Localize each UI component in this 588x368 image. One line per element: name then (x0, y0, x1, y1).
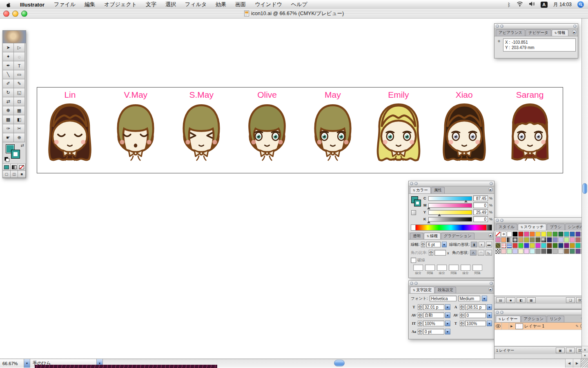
swatch-35[interactable] (512, 243, 518, 248)
menu-item-8[interactable]: ウインドウ (250, 1, 287, 8)
swatch-56[interactable] (541, 249, 546, 254)
dash-value-field-2[interactable] (437, 265, 447, 271)
scroll-up-button[interactable]: ▲ (582, 346, 588, 352)
slider-marker[interactable] (438, 214, 441, 216)
swatch-58[interactable] (552, 249, 558, 254)
scale-tool[interactable]: ◱ (14, 88, 25, 97)
character-xiao[interactable]: Xiao (431, 88, 497, 173)
character-tab-0[interactable]: ⇅文字設定 (410, 287, 434, 293)
stroke-weight-field[interactable]: 6 pt (426, 242, 440, 247)
dash-value-field-4[interactable] (461, 265, 470, 271)
char-setting-dropdown[interactable]: ▼ (487, 304, 492, 310)
color-mode-button[interactable] (3, 164, 11, 171)
swatch-45[interactable] (570, 243, 575, 248)
swatch-51[interactable] (512, 249, 518, 254)
channel-value-field-M[interactable]: 0 (473, 202, 488, 208)
show-color-swatches-button[interactable]: ■ (506, 297, 515, 303)
scroll-down-button[interactable]: ▼ (582, 352, 588, 359)
window-title-bar[interactable]: icon10.ai @ 66.67% (CMYK/プレビュー) (0, 9, 588, 18)
channel-slider-Y[interactable] (428, 210, 472, 215)
swatch-10[interactable] (552, 231, 558, 237)
layer-lock-cell[interactable] (502, 323, 509, 330)
swatch-32[interactable] (495, 243, 501, 248)
info-palette-menu-button[interactable]: ▶ (572, 30, 577, 34)
spectrum-black-chip[interactable] (486, 225, 492, 230)
char-setting-dropdown[interactable]: ▼ (487, 312, 492, 318)
color-tab-1[interactable]: 属性 (431, 187, 445, 193)
character-name-label[interactable]: S.May (169, 90, 234, 100)
zoom-tool[interactable]: ⊕ (14, 133, 25, 142)
swatch-0[interactable] (495, 231, 501, 237)
direct-selection-tool[interactable]: ▷ (14, 43, 25, 52)
swatch-11[interactable] (558, 231, 564, 237)
char-setting-stepper[interactable]: ▲▼ (418, 321, 422, 326)
swatches-tab-2[interactable]: ブラシ (547, 224, 564, 230)
char-setting-value-field[interactable]: 0 (465, 312, 486, 318)
menu-item-4[interactable]: 選択 (161, 1, 180, 8)
layer-row-0[interactable]: ▶レイヤー 1✎ (494, 323, 587, 330)
char-setting-stepper[interactable]: ▲▼ (418, 312, 422, 318)
selection-tool[interactable]: ➤ (3, 43, 14, 52)
char-setting-value-field[interactable]: 32.01 p (423, 304, 444, 310)
menu-item-2[interactable]: オブジェクト (100, 1, 141, 8)
zoom-dropdown-button[interactable]: ▼ (24, 359, 30, 368)
swatch-24[interactable] (541, 237, 546, 242)
swatch-59[interactable] (558, 249, 564, 254)
channel-value-field-C[interactable]: 87.45 (473, 195, 488, 201)
swatch-20[interactable] (518, 237, 523, 242)
char-setting-stepper[interactable]: ▲▼ (460, 312, 464, 318)
color-tab-0[interactable]: ⇅カラー (410, 187, 431, 193)
swatch-8[interactable] (541, 231, 546, 237)
swatch-6[interactable] (530, 231, 535, 237)
palette-resize-button[interactable] (573, 25, 577, 28)
swatch-33[interactable] (501, 243, 506, 248)
palette-collapse-button[interactable] (414, 282, 418, 285)
butt-cap-button[interactable]: ▮ (471, 242, 477, 247)
layers-tab-2[interactable]: リンク (547, 316, 564, 322)
palette-close-button[interactable] (410, 282, 413, 285)
character-name-label[interactable]: Olive (234, 90, 300, 100)
type-tool[interactable]: T (14, 61, 25, 70)
info-tab-0[interactable]: アピアランス (496, 29, 525, 36)
none-mode-button[interactable] (18, 164, 26, 171)
new-swatch-button[interactable]: ❏ (566, 297, 575, 303)
standard-screen-button[interactable]: ▢ (3, 171, 11, 178)
color-spectrum-bar[interactable] (411, 224, 492, 231)
miter-join-button[interactable]: Λ (470, 250, 477, 256)
fullscreen-button[interactable]: ■ (18, 171, 26, 178)
palette-collapse-button[interactable] (500, 219, 503, 222)
bevel-join-button[interactable]: ◺ (486, 250, 492, 256)
char-setting-dropdown[interactable]: ▼ (445, 304, 450, 310)
character-name-label[interactable]: V.May (103, 90, 169, 100)
swap-fill-stroke-icon[interactable]: ⇄ (21, 143, 24, 148)
mesh-tool[interactable]: ▩ (3, 115, 14, 124)
char-setting-stepper[interactable]: ▲▼ (460, 321, 464, 326)
palette-close-button[interactable] (496, 311, 499, 314)
char-setting-value-field[interactable]: 100% (465, 321, 486, 326)
layer-thumbnail[interactable] (515, 323, 523, 329)
swatch-46[interactable] (575, 243, 581, 248)
stepper-up-icon[interactable]: ▲ (418, 321, 422, 323)
swatch-27[interactable] (558, 237, 564, 242)
out-of-gamut-cube-icon[interactable] (411, 210, 416, 215)
stroke-weight-stepper[interactable]: ▲▼ (421, 242, 425, 247)
spectrum-ramp[interactable] (416, 225, 486, 230)
palette-close-button[interactable] (410, 182, 413, 185)
swatch-12[interactable] (564, 231, 569, 237)
character-palette-menu-button[interactable]: ▶ (488, 287, 493, 292)
character-emily[interactable]: Emily (365, 88, 431, 173)
character-may[interactable]: May (300, 88, 366, 173)
swatch-61[interactable] (570, 249, 575, 254)
swatch-62[interactable] (575, 249, 581, 254)
channel-value-field-K[interactable]: 0 (473, 216, 488, 222)
vertical-scroll-thumb[interactable] (582, 183, 587, 194)
stroke-proxy-swatch[interactable] (414, 200, 421, 206)
channel-slider-M[interactable] (428, 203, 472, 208)
slider-marker[interactable] (464, 200, 468, 202)
line-tool[interactable]: ╲ (3, 70, 14, 79)
menu-item-6[interactable]: 効果 (211, 1, 231, 8)
stepper-down-icon[interactable]: ▼ (418, 307, 422, 310)
gradient-tool[interactable]: ◧ (14, 115, 25, 124)
palette-close-button[interactable] (496, 25, 499, 28)
swatch-36[interactable] (518, 243, 523, 248)
